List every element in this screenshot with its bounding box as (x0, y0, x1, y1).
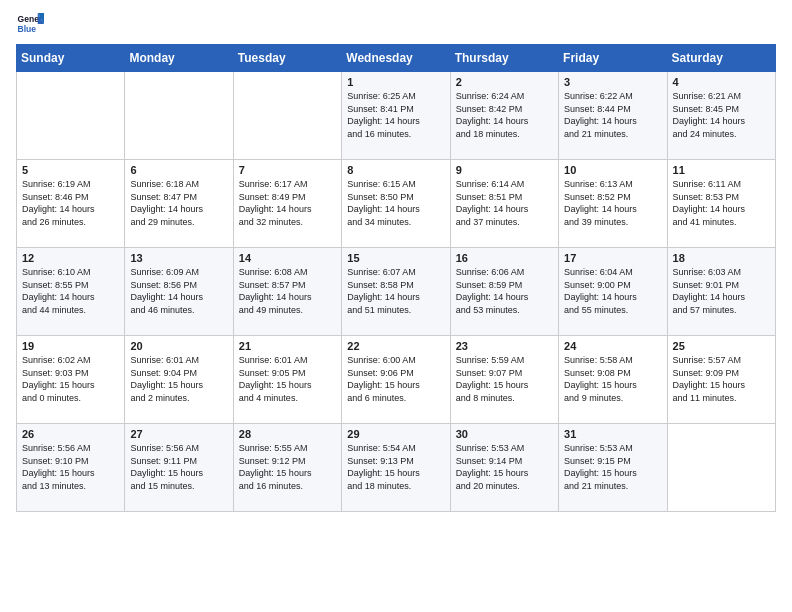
day-cell: 23Sunrise: 5:59 AM Sunset: 9:07 PM Dayli… (450, 336, 558, 424)
logo-icon: General Blue (16, 10, 44, 38)
svg-text:Blue: Blue (18, 24, 37, 34)
day-number: 3 (564, 76, 661, 88)
day-number: 6 (130, 164, 227, 176)
day-content: Sunrise: 6:09 AM Sunset: 8:56 PM Dayligh… (130, 266, 227, 316)
day-content: Sunrise: 5:57 AM Sunset: 9:09 PM Dayligh… (673, 354, 770, 404)
page: General Blue SundayMondayTuesdayWednesda… (0, 0, 792, 612)
day-content: Sunrise: 6:07 AM Sunset: 8:58 PM Dayligh… (347, 266, 444, 316)
day-cell: 9Sunrise: 6:14 AM Sunset: 8:51 PM Daylig… (450, 160, 558, 248)
day-number: 11 (673, 164, 770, 176)
day-content: Sunrise: 6:02 AM Sunset: 9:03 PM Dayligh… (22, 354, 119, 404)
day-number: 1 (347, 76, 444, 88)
day-cell: 22Sunrise: 6:00 AM Sunset: 9:06 PM Dayli… (342, 336, 450, 424)
day-number: 27 (130, 428, 227, 440)
day-content: Sunrise: 6:13 AM Sunset: 8:52 PM Dayligh… (564, 178, 661, 228)
day-cell: 4Sunrise: 6:21 AM Sunset: 8:45 PM Daylig… (667, 72, 775, 160)
logo: General Blue (16, 10, 46, 38)
day-content: Sunrise: 6:10 AM Sunset: 8:55 PM Dayligh… (22, 266, 119, 316)
day-cell: 5Sunrise: 6:19 AM Sunset: 8:46 PM Daylig… (17, 160, 125, 248)
day-number: 4 (673, 76, 770, 88)
week-row-1: 1Sunrise: 6:25 AM Sunset: 8:41 PM Daylig… (17, 72, 776, 160)
day-content: Sunrise: 5:56 AM Sunset: 9:11 PM Dayligh… (130, 442, 227, 492)
day-cell: 15Sunrise: 6:07 AM Sunset: 8:58 PM Dayli… (342, 248, 450, 336)
day-cell: 12Sunrise: 6:10 AM Sunset: 8:55 PM Dayli… (17, 248, 125, 336)
day-cell: 17Sunrise: 6:04 AM Sunset: 9:00 PM Dayli… (559, 248, 667, 336)
day-cell: 31Sunrise: 5:53 AM Sunset: 9:15 PM Dayli… (559, 424, 667, 512)
day-cell: 10Sunrise: 6:13 AM Sunset: 8:52 PM Dayli… (559, 160, 667, 248)
day-cell: 30Sunrise: 5:53 AM Sunset: 9:14 PM Dayli… (450, 424, 558, 512)
col-header-tuesday: Tuesday (233, 45, 341, 72)
day-content: Sunrise: 6:14 AM Sunset: 8:51 PM Dayligh… (456, 178, 553, 228)
day-number: 15 (347, 252, 444, 264)
day-cell: 14Sunrise: 6:08 AM Sunset: 8:57 PM Dayli… (233, 248, 341, 336)
day-content: Sunrise: 5:54 AM Sunset: 9:13 PM Dayligh… (347, 442, 444, 492)
week-row-4: 19Sunrise: 6:02 AM Sunset: 9:03 PM Dayli… (17, 336, 776, 424)
day-content: Sunrise: 5:55 AM Sunset: 9:12 PM Dayligh… (239, 442, 336, 492)
col-header-friday: Friday (559, 45, 667, 72)
day-cell (233, 72, 341, 160)
day-content: Sunrise: 6:06 AM Sunset: 8:59 PM Dayligh… (456, 266, 553, 316)
day-content: Sunrise: 6:01 AM Sunset: 9:04 PM Dayligh… (130, 354, 227, 404)
header-row: SundayMondayTuesdayWednesdayThursdayFrid… (17, 45, 776, 72)
col-header-thursday: Thursday (450, 45, 558, 72)
day-content: Sunrise: 5:56 AM Sunset: 9:10 PM Dayligh… (22, 442, 119, 492)
week-row-5: 26Sunrise: 5:56 AM Sunset: 9:10 PM Dayli… (17, 424, 776, 512)
day-number: 30 (456, 428, 553, 440)
day-number: 29 (347, 428, 444, 440)
day-content: Sunrise: 6:18 AM Sunset: 8:47 PM Dayligh… (130, 178, 227, 228)
day-number: 8 (347, 164, 444, 176)
day-cell: 16Sunrise: 6:06 AM Sunset: 8:59 PM Dayli… (450, 248, 558, 336)
day-number: 18 (673, 252, 770, 264)
day-cell: 27Sunrise: 5:56 AM Sunset: 9:11 PM Dayli… (125, 424, 233, 512)
day-number: 7 (239, 164, 336, 176)
day-content: Sunrise: 6:03 AM Sunset: 9:01 PM Dayligh… (673, 266, 770, 316)
col-header-sunday: Sunday (17, 45, 125, 72)
day-cell: 6Sunrise: 6:18 AM Sunset: 8:47 PM Daylig… (125, 160, 233, 248)
day-content: Sunrise: 5:53 AM Sunset: 9:15 PM Dayligh… (564, 442, 661, 492)
day-number: 12 (22, 252, 119, 264)
day-number: 22 (347, 340, 444, 352)
day-cell: 13Sunrise: 6:09 AM Sunset: 8:56 PM Dayli… (125, 248, 233, 336)
day-content: Sunrise: 6:25 AM Sunset: 8:41 PM Dayligh… (347, 90, 444, 140)
col-header-monday: Monday (125, 45, 233, 72)
day-number: 10 (564, 164, 661, 176)
day-number: 21 (239, 340, 336, 352)
day-content: Sunrise: 6:22 AM Sunset: 8:44 PM Dayligh… (564, 90, 661, 140)
day-number: 16 (456, 252, 553, 264)
day-number: 19 (22, 340, 119, 352)
day-cell: 2Sunrise: 6:24 AM Sunset: 8:42 PM Daylig… (450, 72, 558, 160)
day-number: 31 (564, 428, 661, 440)
day-number: 17 (564, 252, 661, 264)
col-header-wednesday: Wednesday (342, 45, 450, 72)
day-content: Sunrise: 6:21 AM Sunset: 8:45 PM Dayligh… (673, 90, 770, 140)
calendar-table: SundayMondayTuesdayWednesdayThursdayFrid… (16, 44, 776, 512)
day-content: Sunrise: 6:08 AM Sunset: 8:57 PM Dayligh… (239, 266, 336, 316)
day-number: 24 (564, 340, 661, 352)
day-content: Sunrise: 6:11 AM Sunset: 8:53 PM Dayligh… (673, 178, 770, 228)
day-number: 5 (22, 164, 119, 176)
day-content: Sunrise: 6:19 AM Sunset: 8:46 PM Dayligh… (22, 178, 119, 228)
day-content: Sunrise: 6:00 AM Sunset: 9:06 PM Dayligh… (347, 354, 444, 404)
day-cell: 20Sunrise: 6:01 AM Sunset: 9:04 PM Dayli… (125, 336, 233, 424)
day-cell: 24Sunrise: 5:58 AM Sunset: 9:08 PM Dayli… (559, 336, 667, 424)
day-cell: 18Sunrise: 6:03 AM Sunset: 9:01 PM Dayli… (667, 248, 775, 336)
day-cell (17, 72, 125, 160)
week-row-3: 12Sunrise: 6:10 AM Sunset: 8:55 PM Dayli… (17, 248, 776, 336)
day-cell: 1Sunrise: 6:25 AM Sunset: 8:41 PM Daylig… (342, 72, 450, 160)
day-number: 28 (239, 428, 336, 440)
day-content: Sunrise: 5:53 AM Sunset: 9:14 PM Dayligh… (456, 442, 553, 492)
day-content: Sunrise: 6:04 AM Sunset: 9:00 PM Dayligh… (564, 266, 661, 316)
day-content: Sunrise: 5:59 AM Sunset: 9:07 PM Dayligh… (456, 354, 553, 404)
day-number: 2 (456, 76, 553, 88)
day-number: 14 (239, 252, 336, 264)
day-cell: 28Sunrise: 5:55 AM Sunset: 9:12 PM Dayli… (233, 424, 341, 512)
day-cell (125, 72, 233, 160)
day-content: Sunrise: 6:01 AM Sunset: 9:05 PM Dayligh… (239, 354, 336, 404)
day-cell: 25Sunrise: 5:57 AM Sunset: 9:09 PM Dayli… (667, 336, 775, 424)
col-header-saturday: Saturday (667, 45, 775, 72)
day-cell: 11Sunrise: 6:11 AM Sunset: 8:53 PM Dayli… (667, 160, 775, 248)
day-cell: 8Sunrise: 6:15 AM Sunset: 8:50 PM Daylig… (342, 160, 450, 248)
day-cell: 21Sunrise: 6:01 AM Sunset: 9:05 PM Dayli… (233, 336, 341, 424)
day-number: 9 (456, 164, 553, 176)
day-cell: 29Sunrise: 5:54 AM Sunset: 9:13 PM Dayli… (342, 424, 450, 512)
